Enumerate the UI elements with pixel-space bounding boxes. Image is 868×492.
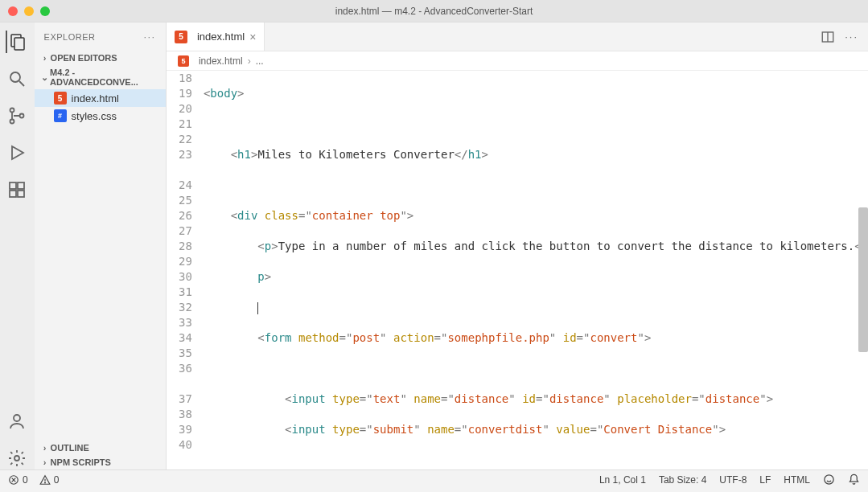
maximize-window-button[interactable]: [40, 6, 50, 16]
file-styles-css[interactable]: # styles.css: [35, 107, 166, 125]
file-index-html[interactable]: 5 index.html: [35, 89, 166, 107]
code-content[interactable]: <body> <h1>Miles to Kilometers Converter…: [204, 71, 868, 469]
svg-point-5: [10, 120, 14, 124]
svg-point-13: [14, 456, 19, 461]
html5-icon: 5: [175, 31, 187, 43]
svg-rect-8: [10, 182, 16, 189]
run-debug-icon[interactable]: [6, 141, 28, 164]
titlebar: index.html — m4.2 - AdvancedConverter-St…: [0, 0, 868, 23]
sidebar: EXPLORER ··· › OPEN EDITORS ⌄ M4.2 - ADV…: [35, 23, 167, 469]
code-editor[interactable]: 1819202122232425262728293031323334353637…: [167, 71, 868, 469]
chevron-right-icon: ›: [39, 53, 51, 63]
svg-rect-10: [10, 191, 16, 197]
html5-icon: 5: [54, 92, 67, 105]
open-editors-section[interactable]: › OPEN EDITORS: [35, 51, 166, 65]
chevron-right-icon: ›: [39, 457, 51, 467]
svg-rect-9: [18, 182, 24, 189]
editor-scrollbar[interactable]: [858, 71, 868, 469]
split-editor-icon[interactable]: [821, 30, 835, 44]
line-gutter: 1819202122232425262728293031323334353637…: [167, 71, 204, 469]
activity-bar: [0, 23, 35, 469]
scroll-thumb[interactable]: [858, 207, 868, 352]
extensions-icon[interactable]: [6, 178, 28, 201]
source-control-icon[interactable]: [6, 105, 28, 127]
language-mode[interactable]: HTML: [784, 474, 810, 486]
svg-point-12: [14, 415, 20, 421]
svg-point-4: [10, 109, 14, 113]
settings-gear-icon[interactable]: [6, 447, 28, 469]
explorer-icon[interactable]: [6, 31, 28, 53]
breadcrumb[interactable]: 5 index.html › ...: [167, 51, 868, 71]
editor-area: 5 index.html × ··· 5 index.html › ... 18…: [167, 23, 868, 469]
outline-section[interactable]: › OUTLINE: [35, 441, 166, 455]
npm-scripts-section[interactable]: › NPM SCRIPTS: [35, 455, 166, 469]
account-icon[interactable]: [6, 410, 28, 433]
svg-rect-1: [14, 38, 24, 50]
minimize-window-button[interactable]: [24, 6, 34, 16]
html5-icon: 5: [178, 55, 189, 67]
explorer-title: EXPLORER: [44, 32, 96, 42]
sidebar-more-icon[interactable]: ···: [144, 32, 156, 42]
tab-size[interactable]: Tab Size: 4: [659, 474, 706, 486]
svg-marker-7: [12, 146, 23, 159]
traffic-lights: [0, 6, 50, 16]
cursor-position[interactable]: Ln 1, Col 1: [599, 474, 646, 486]
tab-index-html[interactable]: 5 index.html ×: [167, 23, 265, 51]
sidebar-header: EXPLORER ···: [35, 23, 166, 51]
feedback-icon[interactable]: [823, 474, 835, 486]
encoding[interactable]: UTF-8: [719, 474, 747, 486]
svg-line-3: [19, 81, 24, 86]
window-title: index.html — m4.2 - AdvancedConverter-St…: [0, 6, 868, 17]
svg-point-2: [10, 72, 20, 82]
errors-icon[interactable]: 0: [8, 474, 28, 486]
chevron-down-icon: ⌄: [39, 72, 50, 83]
search-icon[interactable]: [6, 68, 28, 90]
css-icon: #: [54, 109, 67, 122]
text-cursor: [257, 302, 258, 314]
file-tree: 5 index.html # styles.css: [35, 89, 166, 125]
svg-rect-11: [18, 191, 24, 197]
svg-point-21: [825, 475, 833, 484]
close-window-button[interactable]: [8, 6, 18, 16]
warnings-icon[interactable]: 0: [39, 474, 60, 486]
status-bar: 0 0 Ln 1, Col 1 Tab Size: 4 UTF-8 LF HTM…: [0, 469, 868, 489]
chevron-right-icon: ›: [39, 443, 51, 453]
tab-bar: 5 index.html × ···: [167, 23, 868, 51]
more-actions-icon[interactable]: ···: [845, 31, 858, 43]
svg-point-20: [44, 482, 45, 483]
folder-section[interactable]: ⌄ M4.2 - ADVANCEDCONVE...: [35, 65, 166, 89]
notifications-icon[interactable]: [848, 474, 860, 486]
svg-point-6: [20, 114, 24, 118]
eol[interactable]: LF: [759, 474, 771, 486]
close-tab-icon[interactable]: ×: [249, 31, 256, 43]
